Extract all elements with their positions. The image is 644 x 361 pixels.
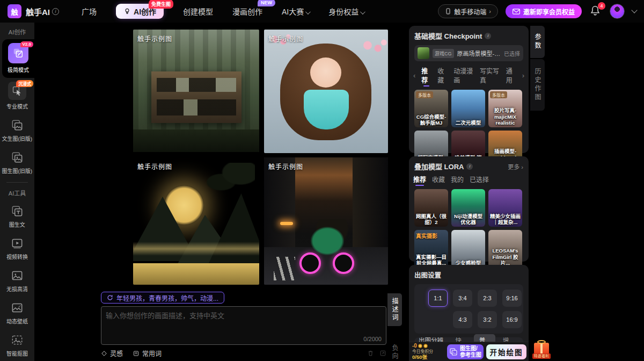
lora-model-card[interactable]: Niji动漫模型优化器 — [451, 189, 485, 227]
prompt-extra-tools — [367, 350, 386, 357]
sidebar-section-ai-tools: AI工具 — [0, 184, 34, 200]
selected-checkpoint-status: 已选择 — [504, 49, 520, 57]
sidebar-item-hd-upscale[interactable]: 无损高清 — [0, 265, 34, 297]
prompt-suggestion-text: 年轻男孩，青春男孩，帅气，动漫... — [116, 293, 218, 302]
tab-favorites[interactable]: 收藏 — [437, 66, 448, 84]
image-stack-icon — [449, 348, 458, 356]
lora-more-link[interactable]: 更多 › — [508, 162, 523, 171]
lora-model-card[interactable]: 少女感脸型 — [451, 230, 485, 268]
checkpoint-model-card[interactable]: 多版本 胶片写真-majicMIX realistic — [488, 90, 522, 127]
tab-recommend[interactable]: 推荐 — [413, 175, 426, 184]
model-name: CG综合模型-触手版MJ — [415, 114, 447, 126]
img2img-button[interactable]: 图生图/参考生图 — [447, 344, 484, 359]
chevron-right-icon[interactable]: › — [522, 71, 524, 80]
menu-rights[interactable]: 身份权益 — [328, 6, 364, 17]
start-generate-button[interactable]: 开始绘图 — [486, 344, 526, 359]
sidebar-item-live-wallpaper[interactable]: 动态壁纸 — [0, 297, 34, 329]
sidebar-item-simple-mode[interactable]: 极简模式 V2.0 — [2, 39, 34, 78]
common-words-button[interactable]: 常用词 — [133, 349, 162, 358]
sidebar-section-ai-create: AI创作 — [0, 23, 34, 39]
tab-negative-prompt[interactable]: 负向词 — [387, 340, 402, 361]
tab-anime[interactable]: 动漫漫画 — [453, 66, 474, 84]
chevron-down-icon — [305, 9, 311, 15]
menu-comic[interactable]: 漫画创作 NEW — [232, 6, 262, 17]
ratio-2-3[interactable]: 2:3 — [478, 290, 497, 307]
menu-contest[interactable]: AI大赛 — [282, 6, 309, 17]
model-name: 胶片写真-majicMIX realistic — [489, 107, 521, 126]
sample-image-house[interactable]: 触手示例图 — [133, 30, 259, 152]
checkpoint-model-card[interactable]: 多版本 CG综合模型-触手版MJ — [414, 90, 448, 127]
sidebar-item-label: 图生文 — [9, 220, 25, 228]
lora-model-card[interactable]: LEOSAM's FilmGirl 胶片... — [488, 230, 522, 268]
checkpoint-tabs: ‹ 推荐 收藏 动漫漫画 写实写真 通用 › — [409, 61, 529, 84]
sidebar-item-img2img-legacy[interactable]: 图生图(旧版) — [0, 147, 34, 179]
sidebar-item-pro-mode[interactable]: 专业模式 沉浸式 — [0, 78, 34, 114]
sample-image-motorcycle[interactable]: 触手示例图 — [264, 157, 388, 285]
coin-icon — [423, 344, 428, 348]
menu-plaza[interactable]: 广场 — [82, 6, 97, 17]
app-logo-icon[interactable]: 触 — [8, 4, 21, 18]
multi-version-badge: 多版本 — [490, 91, 507, 98]
chevron-down-icon[interactable] — [631, 7, 637, 13]
tab-general[interactable]: 通用 — [506, 66, 516, 84]
inspiration-label: 灵感 — [110, 349, 123, 358]
tab-selected[interactable]: 已选择 — [470, 175, 489, 184]
info-icon[interactable]: i — [485, 33, 491, 39]
tab-parameters[interactable]: 参数 — [530, 26, 545, 58]
ground-art — [133, 129, 259, 152]
ratio-4-3[interactable]: 4:3 — [453, 311, 472, 328]
app-window: 触 触手AI i 广场 AI创作 免费生图 创建模型 漫画创作 NEW AI大赛… — [0, 0, 644, 361]
sample-image-girl[interactable]: 触手示例图 — [264, 30, 388, 153]
sidebar-item-label: 文生图(旧版) — [2, 134, 33, 142]
invite-reward-label: 邀新即享会员权益 — [523, 7, 575, 16]
chevron-left-icon[interactable]: ‹ — [413, 71, 415, 80]
promo-gift-button[interactable]: 特邀福利 — [532, 342, 551, 359]
ratio-1-1[interactable]: 1:1 — [428, 290, 448, 307]
lora-model-card[interactable]: 精美少女插画｜超复杂... — [488, 189, 522, 227]
checkpoint-model-card[interactable]: 二次元模型 — [451, 90, 485, 127]
menu-ai-create[interactable]: AI创作 免费生图 — [116, 4, 164, 19]
model-name: LEOSAM's FilmGirl 胶片... — [489, 248, 521, 266]
tab-realistic[interactable]: 写实写真 — [480, 66, 500, 84]
tab-mine[interactable]: 我的 — [451, 175, 464, 184]
pine-art — [207, 163, 255, 195]
selected-checkpoint-thumbnail — [418, 47, 429, 59]
prompt-suggestion-chip[interactable]: 年轻男孩，青春男孩，帅气，动漫... — [101, 292, 224, 304]
prompt-textarea[interactable] — [106, 310, 383, 335]
invite-reward-button[interactable]: 邀新即享会员权益 — [506, 4, 582, 18]
ratio-9-16[interactable]: 9:16 — [502, 290, 522, 307]
sidebar-item-text2img-legacy[interactable]: 文生图(旧版) — [0, 114, 34, 147]
mobile-app-button[interactable]: 触手移动端 › — [438, 4, 498, 18]
ratio-3-2[interactable]: 3:2 — [478, 311, 497, 328]
ratio-3-4[interactable]: 3:4 — [453, 290, 472, 307]
selected-checkpoint-bar[interactable]: 游戏CG 原画场景模型-细涂v1.0（... 已选择 — [414, 45, 523, 61]
tab-recommend[interactable]: 推荐 — [421, 66, 431, 84]
prompt-input-box: 0/2000 — [101, 306, 386, 345]
trash-icon[interactable] — [367, 350, 374, 357]
sidebar-item-label: 图生图(旧版) — [2, 167, 33, 174]
export-icon[interactable] — [379, 350, 386, 357]
sample-image-mountains[interactable]: 触手示例图 — [133, 157, 259, 285]
prompt-area: 年轻男孩，青春男孩，帅气，动漫... 0/2000 灵感 常用词 — [101, 292, 386, 361]
lora-model-card[interactable]: 真实摄影 真实摄影—目前全网最真... — [414, 230, 448, 268]
tab-history[interactable]: 历史作图 — [530, 59, 545, 111]
free-quota-value: 0/50张 — [412, 355, 444, 360]
envelope-icon — [513, 9, 520, 15]
sidebar-item-smart-matting[interactable]: 智能抠图 — [0, 329, 34, 361]
ratio-16-9[interactable]: 16:9 — [502, 311, 522, 328]
brand-info-icon[interactable]: i — [52, 8, 59, 15]
building-art — [264, 157, 295, 254]
info-icon[interactable]: i — [466, 163, 473, 170]
model-name: 精美少女插画｜超复杂... — [489, 213, 521, 225]
inspiration-button[interactable]: 灵感 — [101, 349, 123, 358]
menu-create-model[interactable]: 创建模型 — [183, 6, 213, 17]
tab-favorites[interactable]: 收藏 — [432, 175, 445, 184]
lora-title: 叠加模型 LORA — [414, 161, 464, 171]
lora-panel: 叠加模型 LORA i 更多 › 推荐 收藏 我的 已选择 网图真人（很甜）2 … — [409, 156, 529, 262]
lora-model-card[interactable]: 网图真人（很甜）2 — [414, 189, 448, 227]
notification-bell[interactable]: 4 — [589, 5, 602, 18]
sidebar-item-video-convert[interactable]: 视频转换 — [0, 233, 34, 265]
tab-positive-prompt[interactable]: 描述词 — [387, 293, 402, 326]
sidebar-item-img2text[interactable]: 图生文 — [0, 200, 34, 233]
user-avatar[interactable] — [610, 4, 625, 19]
